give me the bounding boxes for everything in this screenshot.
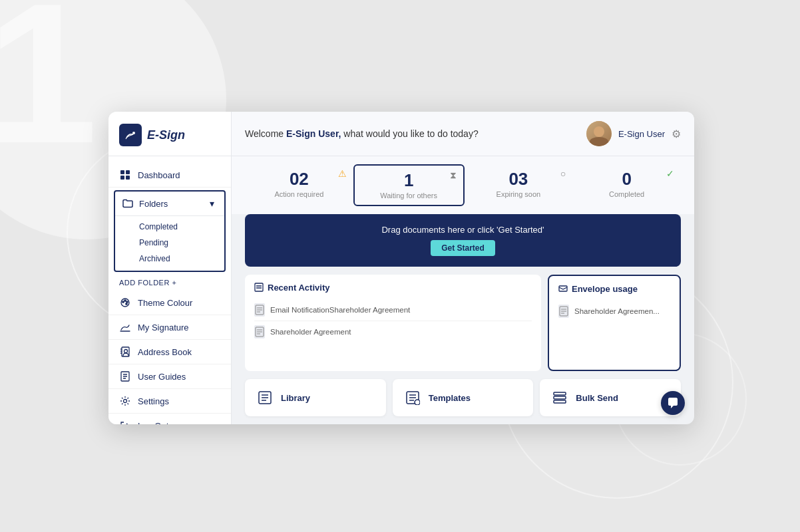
stat-label-expiring: Expiring soon (473, 190, 565, 198)
svg-rect-17 (559, 286, 567, 291)
chat-bubble-button[interactable] (661, 391, 685, 415)
folder-completed[interactable]: Completed (115, 219, 224, 235)
dashboard-icon (119, 169, 131, 181)
drop-text: Drag documents here or click 'Get Starte… (256, 225, 670, 235)
folders-label: Folders (139, 199, 168, 209)
get-started-button[interactable]: Get Started (431, 240, 495, 256)
sidebar-nav: Dashboard Folders ▾ Completed Pending (108, 156, 231, 424)
feature-tiles: Library Templates Bulk Send (232, 379, 694, 424)
envelope-item-1[interactable]: Shareholder Agreemen... (558, 301, 670, 322)
svg-rect-4 (126, 176, 130, 180)
svg-rect-22 (554, 392, 566, 395)
logo-icon (119, 124, 142, 146)
bulk-send-label: Bulk Send (576, 393, 618, 403)
svg-point-7 (124, 300, 126, 301)
bulk-send-icon (550, 388, 569, 407)
activity-item-2[interactable]: Shareholder Agreement (254, 321, 532, 342)
recent-activity-title: Recent Activity (254, 283, 532, 293)
welcome-suffix: what would you like to do today? (341, 128, 478, 139)
sidebar-item-user-guides[interactable]: User Guides (108, 364, 231, 389)
welcome-prefix: Welcome (245, 128, 286, 139)
activity-item-1[interactable]: Email NotificationShareholder Agreement (254, 299, 532, 321)
add-folder-button[interactable]: ADD FOLDER + (108, 275, 231, 291)
user-guides-label: User Guides (138, 372, 186, 382)
svg-point-8 (126, 301, 128, 303)
library-label: Library (281, 393, 310, 403)
signature-icon (119, 321, 131, 333)
activity-label-2: Shareholder Agreement (270, 328, 351, 336)
svg-rect-1 (120, 170, 124, 174)
logo-area: E-Sign (108, 112, 231, 156)
check-icon: ✓ (666, 168, 674, 179)
envelope-usage-title: Envelope usage (558, 284, 670, 294)
stat-number-completed: 0 (580, 170, 673, 189)
stat-label-waiting: Waiting for others (363, 192, 455, 200)
bottom-area: Recent Activity Email NotificationShareh… (232, 275, 694, 379)
svg-point-6 (122, 301, 124, 303)
feature-tile-library[interactable]: Library (245, 379, 386, 416)
folders-header[interactable]: Folders ▾ (115, 192, 224, 215)
logout-icon (119, 420, 131, 424)
settings-icon (119, 395, 131, 407)
folder-pending[interactable]: Pending (115, 235, 224, 251)
welcome-user: E-Sign User, (286, 128, 341, 139)
svg-point-0 (132, 132, 135, 134)
folder-sub-items: Completed Pending Archived (115, 215, 224, 271)
svg-rect-2 (126, 170, 130, 174)
app-window: E-Sign Dashboard Folders (108, 112, 694, 424)
sidebar-item-log-out[interactable]: Log Out (108, 414, 231, 424)
svg-point-11 (124, 350, 128, 353)
recent-activity-panel: Recent Activity Email NotificationShareh… (245, 275, 541, 371)
logo-text: E-Sign (147, 128, 185, 142)
doc-icon-2 (254, 325, 265, 338)
stat-expiring-soon[interactable]: ○ 03 Expiring soon (465, 164, 573, 206)
folder-archived[interactable]: Archived (115, 251, 224, 267)
templates-label: Templates (429, 393, 471, 403)
feature-tile-templates[interactable]: Templates (393, 379, 534, 416)
folder-icon (122, 198, 134, 209)
dashboard-label: Dashboard (138, 170, 180, 180)
stat-number-action: 02 (253, 170, 345, 189)
avatar (586, 121, 612, 146)
svg-rect-3 (120, 176, 124, 180)
envelope-doc-icon (558, 305, 569, 318)
hourglass-icon: ⧗ (450, 170, 457, 181)
doc-icon-1 (254, 303, 265, 317)
user-name-label: E-Sign User (618, 129, 665, 139)
sidebar-item-address-book[interactable]: Address Book (108, 340, 231, 364)
feature-tile-bulk-send[interactable]: Bulk Send (540, 379, 681, 416)
drop-zone: Drag documents here or click 'Get Starte… (245, 214, 681, 267)
folders-header-left: Folders (122, 198, 168, 209)
my-signature-label: My Signature (138, 323, 189, 332)
stat-waiting-for-others[interactable]: ⧗ 1 Waiting for others (353, 164, 465, 206)
header: Welcome E-Sign User, what would you like… (232, 112, 694, 156)
svg-rect-24 (554, 400, 566, 403)
library-icon (256, 388, 274, 407)
stat-label-completed: Completed (580, 190, 673, 198)
sidebar-item-theme-colour[interactable]: Theme Colour (108, 291, 231, 315)
svg-point-13 (124, 400, 127, 403)
sidebar-item-settings[interactable]: Settings (108, 389, 231, 414)
sidebar-item-my-signature[interactable]: My Signature (108, 315, 231, 340)
svg-rect-14 (255, 283, 263, 291)
envelope-item-label: Shareholder Agreemen... (574, 307, 660, 315)
user-area: E-Sign User ⚙ (586, 121, 681, 146)
book-icon (119, 370, 131, 382)
svg-rect-23 (554, 396, 566, 399)
stat-action-required[interactable]: ⚠ 02 Action required (245, 164, 353, 206)
envelope-usage-panel: Envelope usage Shareholder Agreemen... (548, 275, 681, 371)
bg-number: 1 (0, 0, 98, 173)
gear-icon[interactable]: ⚙ (672, 128, 681, 140)
activity-label-1: Email NotificationShareholder Agreement (270, 306, 410, 314)
settings-label: Settings (138, 396, 169, 406)
clock-icon: ○ (560, 168, 566, 179)
stat-completed[interactable]: ✓ 0 Completed (572, 164, 681, 206)
warning-icon: ⚠ (338, 168, 347, 179)
palette-icon (119, 297, 131, 309)
svg-point-21 (415, 400, 420, 405)
sidebar-item-dashboard[interactable]: Dashboard (108, 163, 231, 188)
address-book-label: Address Book (138, 347, 192, 357)
welcome-text: Welcome E-Sign User, what would you like… (245, 128, 479, 139)
stat-number-waiting: 1 (363, 171, 455, 190)
svg-point-9 (126, 303, 127, 305)
